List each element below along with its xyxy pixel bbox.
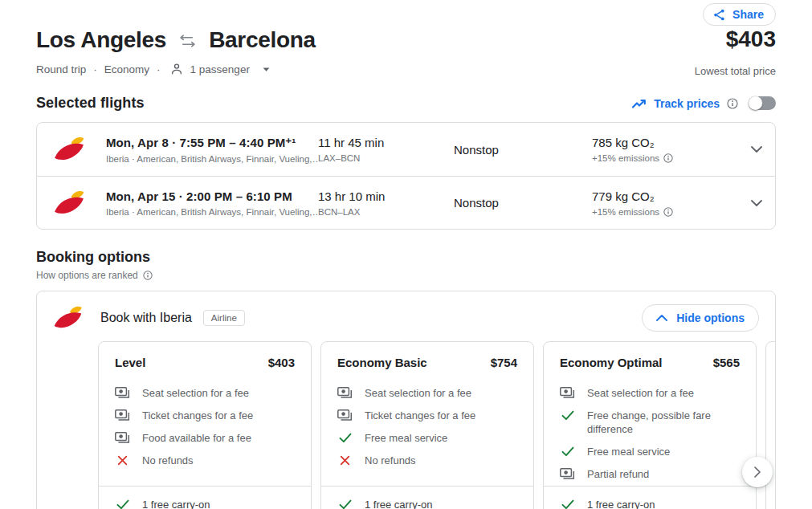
passenger-count[interactable]: 1 passenger: [190, 63, 250, 75]
flight-co2: 785 kg CO₂: [592, 136, 740, 149]
fare-name: Economy Optimal: [560, 356, 663, 369]
flight-info: Mon, Apr 8 · 7:55 PM – 4:40 PM⁺¹ Iberia …: [106, 136, 318, 164]
flight-emissions-block: 785 kg CO₂ +15% emissions: [592, 136, 740, 163]
flight-airlines: Iberia · American, British Airways, Finn…: [106, 154, 318, 164]
fee-icon: [115, 409, 130, 422]
flight-duration: 11 hr 45 min: [318, 136, 454, 149]
cross-icon: [115, 454, 130, 467]
flight-emissions-delta: +15% emissions: [592, 207, 659, 217]
toggle-knob: [749, 96, 762, 110]
booking-options-header: Booking options How options are ranked: [0, 249, 812, 281]
trip-type: Round trip: [36, 63, 86, 75]
flight-row-return[interactable]: Mon, Apr 15 · 2:00 PM – 6:10 PM Iberia ·…: [37, 176, 775, 229]
fare-feature-text: Seat selection for a fee: [587, 386, 694, 400]
book-with-iberia-panel: Book with Iberia Airline Hide options Le…: [36, 291, 776, 509]
share-button[interactable]: Share: [703, 3, 776, 26]
check-icon: [560, 446, 575, 458]
fare-price: $403: [268, 356, 295, 369]
fare-card-footer: 1 free carry-on: [321, 486, 533, 509]
hide-options-button[interactable]: Hide options: [642, 304, 759, 332]
fare-feature-text: Free meal service: [365, 431, 447, 445]
fare-name: Economy Basic: [337, 356, 427, 369]
flight-date-time: Mon, Apr 15 · 2:00 PM – 6:10 PM: [106, 189, 318, 203]
check-icon: [560, 499, 575, 509]
fare-card-footer: 1 free carry-on: [99, 486, 311, 509]
ranking-info-icon[interactable]: [143, 271, 153, 280]
fee-icon: [337, 409, 353, 422]
flight-route: LAX–BCN: [318, 153, 454, 163]
chevron-right-icon: [754, 466, 761, 478]
fare-feature: Food available for a fee: [115, 431, 295, 445]
fare-feature: Ticket changes for a fee: [115, 409, 295, 422]
emissions-info-icon[interactable]: [663, 153, 673, 163]
fare-feature: Ticket changes for a fee: [337, 409, 517, 422]
swap-cities-icon: [179, 35, 196, 47]
fee-icon: [115, 387, 130, 400]
fare-feature-text: No refunds: [365, 454, 416, 467]
track-prices-group: Track prices: [632, 96, 776, 110]
flight-duration-block: 11 hr 45 min LAX–BCN: [318, 136, 454, 163]
check-icon: [337, 499, 353, 509]
fare-feature-text: Free change, possible fare difference: [587, 409, 740, 436]
flight-stops: Nonstop: [454, 196, 592, 210]
fare-feature: Seat selection for a fee: [337, 386, 517, 400]
fee-icon: [560, 468, 575, 481]
booking-options-title: Booking options: [36, 249, 776, 266]
price-note: Lowest total price: [695, 65, 776, 77]
fare-cards-row: Level $403 Seat selection for a fee Tick…: [37, 341, 775, 509]
destination-city: Barcelona: [209, 27, 316, 53]
flight-route: BCN–LAX: [318, 207, 454, 217]
check-icon: [337, 432, 353, 445]
track-prices-label: Track prices: [654, 97, 720, 110]
track-prices-info-icon[interactable]: [727, 98, 738, 109]
flight-results-page: Share Los Angeles Barcelona $403 Lowest …: [0, 0, 812, 509]
fare-feature: Free change, possible fare difference: [560, 409, 740, 436]
selected-flights-title: Selected flights: [36, 95, 145, 112]
fare-card-footer: 1 free carry-on: [544, 486, 756, 509]
passenger-dropdown-caret-icon[interactable]: [263, 67, 270, 71]
chevron-up-icon: [656, 315, 667, 321]
track-prices-toggle[interactable]: [749, 96, 776, 110]
selected-flights-header: Selected flights Track prices: [0, 95, 812, 112]
expand-flight-chevron-down-icon[interactable]: [740, 200, 762, 206]
fare-name: Level: [115, 356, 145, 369]
flight-emissions-block: 779 kg CO₂ +15% emissions: [592, 189, 740, 217]
flight-duration: 13 hr 10 min: [318, 189, 454, 203]
fare-price: $754: [491, 356, 517, 369]
passenger-icon: [170, 63, 183, 75]
flight-stops: Nonstop: [454, 143, 592, 157]
fare-feature-text: Ticket changes for a fee: [142, 409, 253, 422]
flight-emissions-delta: +15% emissions: [592, 153, 659, 163]
separator-dot: ·: [93, 63, 97, 75]
fare-card-economy-basic: Economy Basic $754 Seat selection for a …: [320, 341, 534, 509]
selected-flights-list: Mon, Apr 8 · 7:55 PM – 4:40 PM⁺¹ Iberia …: [36, 122, 776, 230]
next-cards-button[interactable]: [742, 457, 773, 487]
cross-icon: [337, 454, 353, 467]
flight-row-outbound[interactable]: Mon, Apr 8 · 7:55 PM – 4:40 PM⁺¹ Iberia …: [37, 123, 775, 176]
fare-feature: Seat selection for a fee: [560, 386, 740, 400]
iberia-logo-icon: [53, 305, 83, 331]
share-icon: [713, 9, 725, 21]
expand-flight-chevron-down-icon[interactable]: [740, 146, 762, 153]
trip-summary: Round trip · Economy · 1 passenger: [0, 63, 812, 75]
fare-feature: Seat selection for a fee: [115, 386, 295, 400]
airline-badge: Airline: [203, 310, 245, 326]
cabin-class: Economy: [104, 63, 149, 75]
carry-on-text: 1 free carry-on: [142, 499, 210, 509]
fee-icon: [115, 432, 130, 445]
separator-dot: ·: [157, 63, 161, 75]
fare-feature-text: Food available for a fee: [142, 431, 251, 445]
ranking-explainer: How options are ranked: [36, 270, 138, 281]
flight-info: Mon, Apr 15 · 2:00 PM – 6:10 PM Iberia ·…: [106, 189, 318, 217]
flight-airlines: Iberia · American, British Airways, Finn…: [106, 207, 318, 217]
fare-feature: No refunds: [337, 454, 517, 467]
vendor-name: Book with Iberia: [100, 311, 192, 325]
fare-feature-text: Ticket changes for a fee: [365, 409, 475, 422]
hide-options-label: Hide options: [676, 312, 745, 324]
fee-icon: [560, 387, 575, 400]
emissions-info-icon[interactable]: [663, 207, 673, 217]
trending-up-icon: [632, 99, 647, 108]
fare-feature: Free meal service: [337, 431, 517, 445]
flight-co2: 779 kg CO₂: [592, 189, 740, 203]
fare-feature: Partial refund: [560, 467, 740, 481]
